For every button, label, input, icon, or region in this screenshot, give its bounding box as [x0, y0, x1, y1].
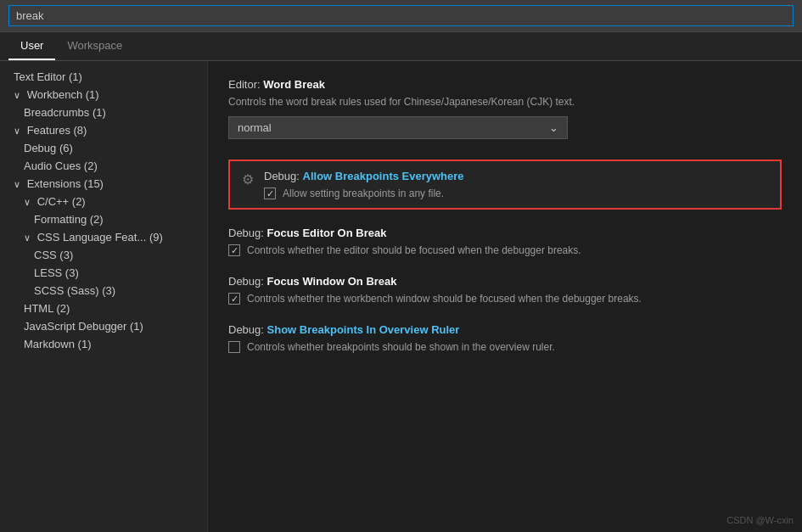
chevron-down-icon: ⌄: [549, 121, 558, 134]
allow-breakpoints-checkbox[interactable]: ✓: [264, 188, 276, 199]
focus-window-checkbox-row: ✓ Controls whether the workbench window …: [228, 293, 782, 305]
word-break-desc: Controls the word break rules used for C…: [228, 96, 782, 108]
sidebar-item-features[interactable]: ∨ Features (8): [0, 121, 207, 139]
chevron-css-lang: ∨: [24, 232, 31, 244]
allow-breakpoints-title: Debug: Allow Breakpoints Everywhere: [264, 170, 768, 182]
main-layout: Text Editor (1) ∨ Workbench (1) Breadcru…: [0, 61, 802, 532]
sidebar-item-scss[interactable]: SCSS (Sass) (3): [0, 282, 207, 300]
show-breakpoints-ruler-desc: Controls whether breakpoints should be s…: [247, 341, 555, 353]
sidebar-item-markdown[interactable]: Markdown (1): [0, 335, 207, 353]
search-bar: break: [0, 0, 802, 32]
sidebar-item-text-editor[interactable]: Text Editor (1): [0, 68, 207, 86]
gear-icon: ⚙: [242, 171, 254, 188]
focus-editor-title: Debug: Focus Editor On Break: [228, 227, 782, 239]
setting-word-break: Editor: Word Break Controls the word bre…: [228, 78, 782, 139]
tabs-bar: User Workspace: [0, 32, 802, 61]
focus-window-checkbox[interactable]: ✓: [228, 293, 240, 305]
chevron-cpp: ∨: [24, 197, 31, 208]
allow-breakpoints-checkbox-row: ✓ Allow setting breakpoints in any file.: [264, 188, 768, 199]
sidebar-item-debug[interactable]: Debug (6): [0, 139, 207, 157]
chevron-features: ∨: [14, 126, 20, 137]
focus-editor-desc: Controls whether the editor should be fo…: [247, 244, 581, 256]
sidebar-item-formatting[interactable]: Formatting (2): [0, 210, 207, 228]
sidebar-item-html[interactable]: HTML (2): [0, 300, 207, 317]
watermark: CSDN @W-cxin: [726, 515, 794, 525]
sidebar-item-css-lang[interactable]: ∨ CSS Language Feat... (9): [0, 228, 207, 246]
chevron-workbench: ∨: [14, 90, 20, 101]
show-breakpoints-ruler-checkbox[interactable]: [228, 341, 240, 353]
checkmark-icon: ✓: [231, 294, 238, 305]
checkmark-icon: ✓: [266, 188, 274, 199]
sidebar-item-cpp[interactable]: ∨ C/C++ (2): [0, 193, 207, 210]
setting-focus-window: Debug: Focus Window On Break ✓ Controls …: [228, 275, 782, 305]
word-break-title: Editor: Word Break: [228, 78, 782, 91]
show-breakpoints-ruler-title: Debug: Show Breakpoints In Overview Rule…: [228, 323, 782, 336]
sidebar-item-js-debugger[interactable]: JavaScript Debugger (1): [0, 317, 207, 335]
chevron-extensions: ∨: [14, 179, 20, 190]
allow-breakpoints-content: Debug: Allow Breakpoints Everywhere ✓ Al…: [264, 170, 768, 199]
focus-window-desc: Controls whether the workbench window sh…: [247, 293, 642, 305]
show-breakpoints-ruler-checkbox-row: Controls whether breakpoints should be s…: [228, 341, 782, 353]
dropdown-value: normal: [238, 121, 272, 134]
sidebar-item-breadcrumbs[interactable]: Breadcrumbs (1): [0, 104, 207, 121]
setting-allow-breakpoints: ⚙ Debug: Allow Breakpoints Everywhere ✓ …: [228, 160, 782, 210]
setting-focus-editor: Debug: Focus Editor On Break ✓ Controls …: [228, 227, 782, 256]
setting-show-breakpoints-ruler: Debug: Show Breakpoints In Overview Rule…: [228, 323, 782, 353]
tab-workspace[interactable]: Workspace: [55, 32, 134, 60]
sidebar-item-css[interactable]: CSS (3): [0, 246, 207, 264]
sidebar: Text Editor (1) ∨ Workbench (1) Breadcru…: [0, 61, 208, 532]
sidebar-item-audio-cues[interactable]: Audio Cues (2): [0, 157, 207, 175]
focus-editor-checkbox-row: ✓ Controls whether the editor should be …: [228, 244, 782, 256]
search-input[interactable]: break: [8, 5, 794, 26]
tab-user[interactable]: User: [8, 32, 55, 60]
focus-window-title: Debug: Focus Window On Break: [228, 275, 782, 288]
focus-editor-checkbox[interactable]: ✓: [228, 244, 240, 256]
sidebar-item-less[interactable]: LESS (3): [0, 264, 207, 282]
checkmark-icon: ✓: [231, 245, 238, 256]
allow-breakpoints-desc: Allow setting breakpoints in any file.: [283, 188, 444, 199]
sidebar-item-extensions[interactable]: ∨ Extensions (15): [0, 175, 207, 193]
word-break-dropdown[interactable]: normal ⌄: [228, 116, 568, 139]
sidebar-item-workbench[interactable]: ∨ Workbench (1): [0, 86, 207, 104]
content-area: Editor: Word Break Controls the word bre…: [208, 61, 802, 532]
